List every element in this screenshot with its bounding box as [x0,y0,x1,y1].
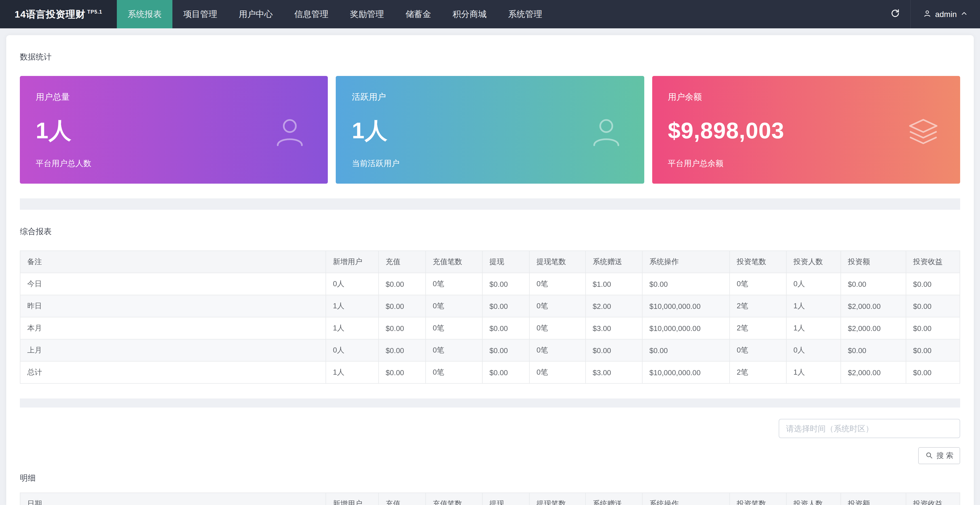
column-header: 系统赠送 [585,493,642,505]
date-range-input[interactable] [779,419,960,438]
column-header: 新增用户 [326,493,379,505]
table-cell: 0人 [326,273,379,295]
stat-card-subtitle: 当前活跃用户 [352,159,399,169]
column-header: 系统赠送 [585,251,642,273]
user-icon [272,114,308,152]
stat-card-value: 1人 [352,115,399,146]
table-cell: 1人 [786,295,841,317]
column-header: 充值笔数 [426,251,482,273]
layers-icon [907,116,940,151]
stat-card-text: 活跃用户1人当前活跃用户 [352,92,399,169]
table-cell: $10,000,000.00 [642,317,730,339]
column-header: 投资笔数 [730,493,786,505]
nav-item[interactable]: 储蓄金 [395,0,442,29]
stat-card-subtitle: 平台用户总人数 [36,159,91,169]
refresh-icon [891,8,900,20]
refresh-button[interactable] [881,0,910,29]
column-header: 提现笔数 [530,493,585,505]
table-cell: $1.00 [585,273,642,295]
search-icon [925,451,933,461]
nav-item[interactable]: 系统管理 [497,0,553,29]
column-header: 充值 [379,493,426,505]
nav-item[interactable]: 项目管理 [172,0,228,29]
stat-card-title: 活跃用户 [352,92,399,103]
table-cell: 1人 [326,295,379,317]
search-row: 搜 索 [918,447,960,464]
table-cell: $0.00 [379,339,426,361]
stat-card: 活跃用户1人当前活跃用户 [336,76,644,184]
table-header-row: 日期新增用户充值充值笔数提现提现笔数系统赠送系统操作投资笔数投资人数投资额投资收… [20,493,960,505]
stat-card-text: 用户余额$9,898,003平台用户总余额 [668,92,784,169]
table-cell: 1人 [326,317,379,339]
stats-section-title: 数据统计 [20,52,960,62]
table-row: 今日0人$0.000笔$0.000笔$1.00$0.000笔0人$0.00$0.… [20,273,960,295]
table-header-row: 备注新增用户充值充值笔数提现提现笔数系统赠送系统操作投资笔数投资人数投资额投资收… [20,251,960,273]
table-cell: 上月 [20,339,326,361]
stat-cards: 用户总量1人平台用户总人数活跃用户1人当前活跃用户用户余额$9,898,003平… [20,76,960,184]
table-cell: $3.00 [585,361,642,383]
app-logo: 14语言投资理财TP5.1 [0,0,117,29]
nav-item[interactable]: 系统报表 [117,0,172,29]
user-menu[interactable]: admin [910,0,980,29]
chevron-up-icon [961,10,967,19]
summary-report-section: 综合报表 备注新增用户充值充值笔数提现提现笔数系统赠送系统操作投资笔数投资人数投… [20,210,960,399]
stat-card-title: 用户余额 [668,92,784,103]
column-header: 日期 [20,493,326,505]
table-cell: $10,000,000.00 [642,295,730,317]
table-cell: $0.00 [906,317,960,339]
stat-card-subtitle: 平台用户总余额 [668,159,784,169]
table-cell: 0笔 [426,361,482,383]
table-cell: $0.00 [482,273,530,295]
column-header: 充值笔数 [426,493,482,505]
table-cell: $0.00 [482,339,530,361]
column-header: 投资收益 [906,251,960,273]
table-cell: $0.00 [642,339,730,361]
stat-card: 用户总量1人平台用户总人数 [20,76,328,184]
column-header: 系统操作 [642,251,730,273]
table-cell: $0.00 [642,273,730,295]
table-row: 上月0人$0.000笔$0.000笔$0.00$0.000笔0人$0.00$0.… [20,339,960,361]
table-cell: $0.00 [482,295,530,317]
table-cell: $0.00 [906,273,960,295]
user-name: admin [935,10,957,19]
table-cell: 昨日 [20,295,326,317]
detail-table: 日期新增用户充值充值笔数提现提现笔数系统赠送系统操作投资笔数投资人数投资额投资收… [20,492,960,505]
nav-item[interactable]: 积分商城 [442,0,497,29]
table-cell: $0.00 [379,317,426,339]
table-cell: $0.00 [379,273,426,295]
table-cell: 1人 [326,361,379,383]
stat-card: 用户余额$9,898,003平台用户总余额 [652,76,960,184]
table-cell: 0笔 [530,295,585,317]
detail-section-title: 明细 [20,473,960,483]
section-divider [20,199,960,210]
table-cell: $2,000.00 [841,317,906,339]
table-cell: 0笔 [530,361,585,383]
table-cell: $0.00 [482,361,530,383]
detail-controls: 搜 索 [20,419,960,464]
table-cell: 0笔 [730,273,786,295]
nav-item[interactable]: 用户中心 [228,0,283,29]
column-header: 充值 [379,251,426,273]
column-header: 投资人数 [786,493,841,505]
stat-card-title: 用户总量 [36,92,91,103]
app-version: TP5.1 [87,9,102,15]
summary-section-title: 综合报表 [20,227,960,237]
detail-section: 搜 索 明细 日期新增用户充值充值笔数提现提现笔数系统赠送系统操作投资笔数投资人… [20,408,960,505]
search-button-label: 搜 索 [937,451,953,461]
table-cell: $10,000,000.00 [642,361,730,383]
table-cell: 今日 [20,273,326,295]
table-cell: 总计 [20,361,326,383]
search-button[interactable]: 搜 索 [918,447,960,464]
column-header: 投资额 [841,493,906,505]
table-cell: $2,000.00 [841,295,906,317]
top-navbar: 14语言投资理财TP5.1 系统报表项目管理用户中心信息管理奖励管理储蓄金积分商… [0,0,980,29]
main-content: 数据统计 用户总量1人平台用户总人数活跃用户1人当前活跃用户用户余额$9,898… [6,35,974,505]
nav-item[interactable]: 信息管理 [283,0,339,29]
summary-table: 备注新增用户充值充值笔数提现提现笔数系统赠送系统操作投资笔数投资人数投资额投资收… [20,251,960,384]
table-cell: 0笔 [426,273,482,295]
app-title: 14语言投资理财 [15,8,86,21]
column-header: 投资笔数 [730,251,786,273]
nav-item[interactable]: 奖励管理 [339,0,395,29]
column-header: 系统操作 [642,493,730,505]
table-cell: 0笔 [530,273,585,295]
